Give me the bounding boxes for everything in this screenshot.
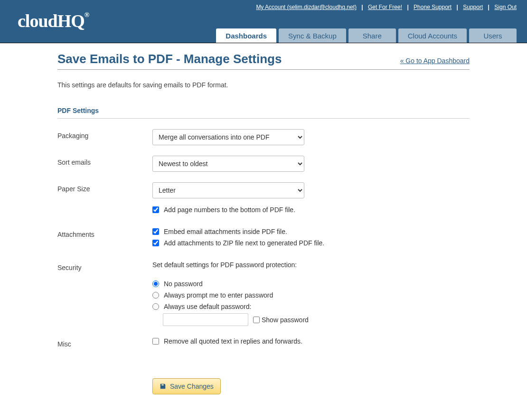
remove-quoted-checkbox[interactable] — [152, 338, 159, 345]
separator: | — [488, 4, 489, 10]
security-intro: Set default settings for PDF password pr… — [152, 261, 470, 269]
separator: | — [407, 4, 408, 10]
row-sort: Sort emails Newest to oldest — [57, 156, 470, 172]
paper-select[interactable]: Letter — [152, 182, 304, 198]
tab-dashboards[interactable]: Dashboards — [216, 28, 276, 43]
label-security: Security — [57, 261, 152, 271]
save-button-label: Save Changes — [170, 383, 214, 390]
packaging-select[interactable]: Merge all conversations into one PDF — [152, 129, 304, 145]
embed-attachments-label: Embed email attachments inside PDF file. — [164, 228, 287, 235]
prompt-password-radio[interactable] — [152, 292, 159, 299]
app-header: cloudHQ® My Account (selim.dizdar@cloudh… — [0, 0, 527, 43]
prompt-password-label: Always prompt me to enter password — [164, 291, 273, 299]
tab-users[interactable]: Users — [469, 28, 517, 43]
nav-tabs: Dashboards Sync & Backup Share Cloud Acc… — [216, 28, 517, 43]
no-password-radio[interactable] — [152, 280, 159, 287]
save-changes-button[interactable]: Save Changes — [152, 378, 221, 394]
brand-logo: cloudHQ® — [18, 10, 89, 31]
remove-quoted-label: Remove all quoted text in replies and fo… — [164, 337, 302, 345]
zip-attachments-checkbox[interactable] — [152, 240, 159, 246]
zip-attachments-label: Add attachments to ZIP file next to gene… — [164, 239, 324, 247]
label-misc: Misc — [57, 337, 152, 348]
label-sort: Sort emails — [57, 156, 152, 166]
label-paper: Paper Size — [57, 182, 152, 193]
row-misc: Misc Remove all quoted text in replies a… — [57, 337, 470, 349]
default-password-input[interactable] — [163, 313, 248, 326]
default-password-label: Always use default password: — [164, 303, 251, 310]
row-packaging: Packaging Merge all conversations into o… — [57, 129, 470, 145]
save-icon — [160, 383, 166, 390]
page-title: Save Emails to PDF - Manage Settings — [57, 52, 282, 66]
label-packaging: Packaging — [57, 129, 152, 140]
main-container: Save Emails to PDF - Manage Settings « G… — [57, 43, 470, 394]
phone-support-link[interactable]: Phone Support — [414, 4, 452, 10]
separator: | — [457, 4, 458, 10]
show-password-label: Show password — [262, 316, 309, 324]
show-password-checkbox[interactable] — [253, 317, 260, 323]
no-password-label: No password — [164, 280, 203, 288]
row-attachments: Attachments Embed email attachments insi… — [57, 228, 470, 251]
top-links: My Account (selim.dizdar@cloudhq.net) | … — [256, 4, 517, 10]
page-header: Save Emails to PDF - Manage Settings « G… — [57, 52, 470, 70]
sign-out-link[interactable]: Sign Out — [494, 4, 517, 10]
label-attachments: Attachments — [57, 228, 152, 238]
tab-sync-backup[interactable]: Sync & Backup — [279, 28, 346, 43]
page-numbers-checkbox[interactable] — [152, 206, 159, 213]
sort-select[interactable]: Newest to oldest — [152, 156, 304, 172]
embed-attachments-checkbox[interactable] — [152, 228, 159, 235]
my-account-link[interactable]: My Account (selim.dizdar@cloudhq.net) — [256, 4, 357, 10]
tab-share[interactable]: Share — [348, 28, 396, 43]
row-security: Security Set default settings for PDF pa… — [57, 261, 470, 326]
support-link[interactable]: Support — [463, 4, 483, 10]
page-numbers-label: Add page numbers to the bottom of PDF fi… — [164, 206, 295, 214]
page-subtitle: This settings are defaults for saving em… — [57, 81, 470, 89]
row-paper: Paper Size Letter Add page numbers to th… — [57, 182, 470, 217]
default-password-radio[interactable] — [152, 303, 159, 310]
tab-cloud-accounts[interactable]: Cloud Accounts — [398, 28, 467, 43]
back-to-dashboard-link[interactable]: « Go to App Dashboard — [400, 57, 470, 65]
separator: | — [361, 4, 363, 10]
get-for-free-link[interactable]: Get For Free! — [368, 4, 402, 10]
section-title: PDF Settings — [57, 107, 470, 119]
